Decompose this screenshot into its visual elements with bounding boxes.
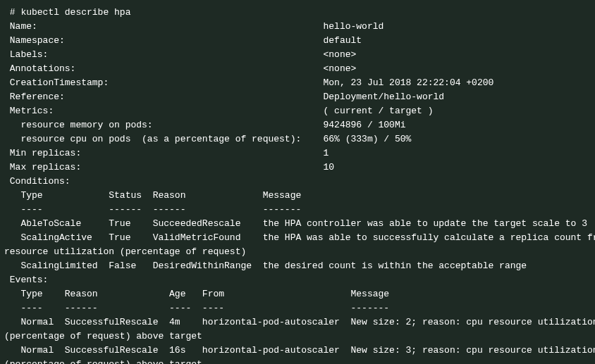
terminal-output: # kubectl describe hpa Name: hello-world… [0,0,595,364]
